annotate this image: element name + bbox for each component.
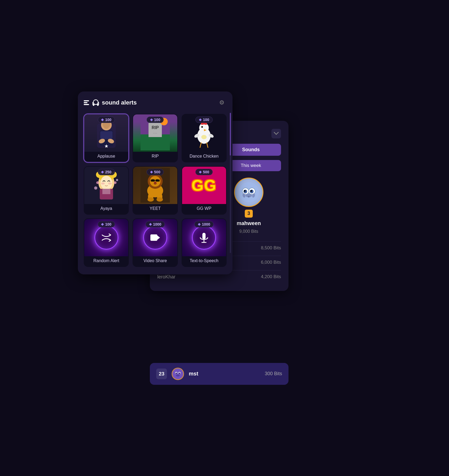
tts-glow-circle <box>192 226 216 250</box>
diamond-icon: ◆ <box>198 222 201 226</box>
lb-bits-reci: 8,500 Bits <box>261 245 281 251</box>
card-label-dance-chicken: Dance Chicken <box>182 152 226 162</box>
svg-point-85 <box>157 197 163 202</box>
random-glow-circle <box>94 226 118 250</box>
svg-rect-86 <box>151 179 155 182</box>
cost-rip: 100 <box>154 118 160 122</box>
cost-video: 1000 <box>153 222 161 226</box>
svg-marker-90 <box>157 235 160 240</box>
cost-yeet: 500 <box>154 170 160 174</box>
sound-card-dance-chicken[interactable]: ◆ 100 <box>182 114 227 162</box>
sound-card-random-alert[interactable]: ◆ 100 Random Alert <box>84 218 129 267</box>
card-label-ayaya: Ayaya <box>84 204 128 214</box>
card-label-video-share: Video Share <box>133 256 177 266</box>
app-name-label: sound alerts <box>102 99 137 106</box>
svg-point-28 <box>93 100 98 105</box>
sound-card-ggwp[interactable]: ◆ 500 GG GG WP <box>182 166 227 215</box>
lb-name-lerokhar: leroKhar <box>157 274 175 280</box>
card-label-random-alert: Random Alert <box>84 256 128 266</box>
app-logo: sound alerts <box>92 99 137 106</box>
svg-point-71 <box>94 186 97 190</box>
username-mahween: mahween <box>236 220 261 226</box>
card-label-yeet: YEET <box>133 204 177 214</box>
top-user-3: 3 mahween 9,000 Bits <box>234 178 263 234</box>
sound-card-yeet[interactable]: ◆ 500 <box>133 166 178 215</box>
svg-point-57 <box>201 123 203 125</box>
card-label-rip: RIP <box>133 152 177 162</box>
sound-grid: ◆ 100 ★ <box>84 114 227 267</box>
bars-icon <box>84 100 89 105</box>
svg-rect-68 <box>102 189 110 194</box>
svg-point-27 <box>176 374 180 377</box>
diamond-icon: ◆ <box>149 222 152 226</box>
current-user-avatar <box>172 368 184 380</box>
card-label-tts: Text-to-Speech <box>182 256 226 266</box>
svg-point-51 <box>201 126 203 128</box>
svg-point-72 <box>116 179 118 181</box>
sound-card-tts[interactable]: ◆ 1000 Text-to-Speech <box>182 218 227 267</box>
svg-point-26 <box>179 373 180 374</box>
svg-text:RIP: RIP <box>152 125 159 130</box>
sound-card-ayaya[interactable]: ◆ 250 <box>84 166 129 215</box>
svg-point-25 <box>175 373 177 374</box>
svg-rect-89 <box>150 234 157 241</box>
ggwp-text: GG <box>191 176 217 194</box>
settings-gear-icon[interactable]: ⚙ <box>217 98 227 107</box>
cost-applause: 100 <box>105 118 111 122</box>
svg-point-16 <box>244 190 246 192</box>
diamond-icon: ◆ <box>199 118 202 122</box>
diamond-icon: ◆ <box>101 118 104 122</box>
svg-point-17 <box>250 190 252 192</box>
svg-point-69 <box>96 181 99 184</box>
diamond-icon: ◆ <box>101 222 104 226</box>
sound-card-rip[interactable]: ◆ 100 RIP - - - <box>133 114 178 162</box>
current-user-bits: 300 Bits <box>265 371 282 377</box>
diamond-icon: ◆ <box>101 170 104 174</box>
lb-bits-npy: 6,000 Bits <box>261 260 281 265</box>
leaderboard-collapse-button[interactable] <box>271 129 281 138</box>
svg-point-66 <box>108 182 112 185</box>
cost-random: 100 <box>105 222 111 226</box>
cost-dance-chicken: 100 <box>203 118 209 122</box>
svg-point-40 <box>104 126 109 129</box>
video-glow-circle <box>143 226 167 250</box>
rank-badge-3: 3 <box>245 210 253 218</box>
scroll-indicator[interactable] <box>230 113 231 253</box>
svg-point-84 <box>147 197 154 202</box>
cost-ayaya: 250 <box>105 170 111 174</box>
cost-tts: 1000 <box>202 222 210 226</box>
svg-rect-91 <box>202 233 206 239</box>
current-user-row: 23 mst 300 Bits <box>150 363 288 385</box>
card-label-ggwp: GG WP <box>182 204 226 214</box>
diamond-icon: ◆ <box>199 170 202 174</box>
avatar-mahween <box>234 178 263 207</box>
svg-text:- - -: - - - <box>153 132 157 134</box>
card-label-applause: Applause <box>84 152 128 162</box>
diamond-icon: ◆ <box>150 170 153 174</box>
favorite-star: ★ <box>104 143 109 149</box>
svg-point-65 <box>101 182 105 185</box>
sound-card-applause[interactable]: ◆ 100 ★ <box>84 114 129 162</box>
panel-header: sound alerts ⚙ <box>84 98 227 107</box>
bits-mahween: 9,000 Bits <box>239 229 258 234</box>
svg-point-81 <box>154 182 157 183</box>
svg-point-22 <box>173 369 182 378</box>
svg-point-58 <box>205 123 207 125</box>
svg-rect-36 <box>100 131 113 139</box>
diamond-icon: ◆ <box>150 118 153 122</box>
current-rank: 23 <box>156 369 167 379</box>
scroll-thumb <box>230 113 231 155</box>
cost-ggwp: 500 <box>203 170 209 174</box>
lb-bits-lerokhar: 4,200 Bits <box>261 274 281 279</box>
svg-line-55 <box>207 142 208 148</box>
svg-point-70 <box>114 181 117 184</box>
svg-point-59 <box>201 135 207 139</box>
sound-card-video-share[interactable]: ◆ 1000 Video Share <box>133 218 178 267</box>
sound-alerts-panel: sound alerts ⚙ ◆ 100 <box>78 91 232 274</box>
svg-rect-87 <box>155 179 160 182</box>
svg-line-54 <box>200 142 201 148</box>
current-user-name: mst <box>189 371 260 377</box>
